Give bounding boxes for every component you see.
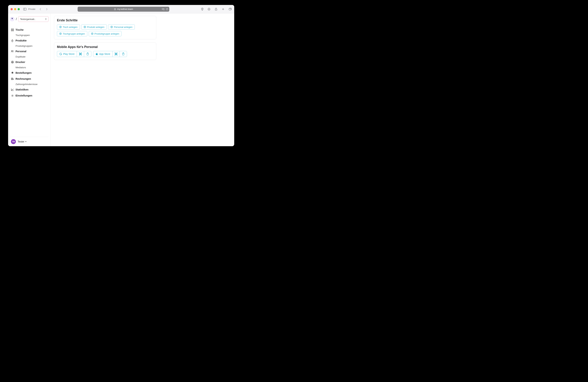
nav-item-label: Rechnungen	[16, 77, 31, 80]
nav-item-einstellungen[interactable]: Einstellungen	[10, 93, 48, 99]
traffic-lights	[11, 8, 20, 10]
google-icon	[59, 53, 62, 55]
app-logo[interactable]	[10, 17, 15, 21]
shield-icon[interactable]	[201, 8, 204, 11]
create-produkt-button[interactable]: Produkt anlegen	[81, 24, 107, 30]
nav-sub-mediators[interactable]: Mediators	[10, 65, 48, 70]
svg-rect-12	[13, 29, 14, 30]
address-bar-url: my.kellner.team	[117, 8, 133, 10]
create-tischgruppe-button[interactable]: Tischgruppe anlegen	[57, 31, 87, 36]
plus-circle-icon	[110, 26, 113, 28]
nav-item-label: Produkte	[16, 39, 27, 42]
browser-titlebar: Private my.kellner.team A	[8, 5, 234, 13]
reload-icon[interactable]	[166, 8, 168, 10]
svg-marker-21	[11, 73, 14, 74]
first-steps-card: Erste Schritte Tisch anlegen Produkt anl…	[54, 16, 156, 39]
button-label: App Store	[99, 53, 110, 55]
svg-rect-0	[23, 8, 26, 10]
nav-sub-produktgruppen[interactable]: Produktgruppen	[10, 43, 48, 48]
receipt-icon	[11, 77, 14, 80]
plus-circle-icon	[91, 32, 93, 35]
nav-item-label: Drucker	[16, 61, 25, 64]
user-avatar[interactable]: TM	[11, 139, 16, 144]
cup-icon	[11, 39, 14, 42]
svg-rect-14	[13, 30, 14, 31]
create-produktgruppe-button[interactable]: Produktgruppe anlegen	[89, 31, 122, 36]
back-button[interactable]	[39, 8, 42, 11]
share-icon[interactable]	[214, 8, 218, 11]
svg-rect-48	[115, 53, 117, 55]
nav-item-tische[interactable]: Tische	[10, 27, 48, 33]
play-store-copy-button[interactable]	[84, 51, 91, 57]
play-store-button[interactable]: Play Store	[57, 51, 77, 57]
app-store-copy-button[interactable]	[120, 51, 127, 57]
window-maximize-button[interactable]	[18, 8, 20, 10]
org-select[interactable]: Testorganisati..	[18, 16, 48, 22]
translate-icon[interactable]: A	[162, 8, 165, 10]
svg-rect-18	[12, 61, 13, 62]
svg-rect-19	[12, 63, 13, 63]
window-minimize-button[interactable]	[14, 8, 16, 10]
chart-icon	[11, 88, 14, 91]
button-label: Tisch anlegen	[63, 26, 78, 28]
nav-item-label: Statistiken	[16, 88, 28, 91]
nav-item-label: Personal	[16, 50, 26, 53]
mobile-apps-card: Mobile Apps für's Personal Play Store	[54, 42, 156, 60]
svg-point-16	[13, 51, 13, 51]
nav-item-personal[interactable]: Personal	[10, 48, 48, 54]
nav-item-produkte[interactable]: Produkte	[10, 38, 48, 43]
app-store-button[interactable]: App Store	[93, 51, 112, 57]
button-label: Play Store	[63, 53, 75, 55]
button-label: Personal anlegen	[114, 26, 132, 28]
svg-point-23	[13, 79, 14, 80]
app-sidebar: / Testorganisati.. Tische Tischgruppen	[8, 13, 50, 146]
caret-down-icon: ▼	[25, 141, 27, 143]
nav: Tische Tischgruppen Produkte Produktgrup…	[10, 27, 48, 99]
svg-rect-2	[114, 9, 116, 10]
breadcrumb-separator: /	[16, 17, 17, 21]
svg-point-15	[11, 50, 12, 51]
nav-sub-duplikate[interactable]: Duplikate	[10, 54, 48, 59]
create-tisch-button[interactable]: Tisch anlegen	[57, 24, 80, 30]
new-tab-icon[interactable]	[222, 8, 225, 11]
button-label: Produktgruppe anlegen	[95, 32, 119, 35]
mobile-apps-title: Mobile Apps für's Personal	[57, 45, 153, 49]
play-store-group: Play Store	[57, 51, 91, 57]
nav-item-rechnungen[interactable]: Rechnungen	[10, 76, 48, 82]
chevron-up-down-icon	[45, 18, 46, 20]
button-label: Tischgruppe anlegen	[63, 32, 85, 35]
private-mode-label: Private	[28, 8, 35, 10]
app-store-qr-button[interactable]	[112, 51, 120, 57]
nav-item-drucker[interactable]: Drucker	[10, 59, 48, 65]
nav-sub-zahlungshindernisse[interactable]: Zahlungshindernisse	[10, 82, 48, 86]
nav-sub-tischgruppen[interactable]: Tischgruppen	[10, 33, 48, 38]
nav-item-bestellungen[interactable]: Bestellungen	[10, 70, 48, 76]
svg-rect-11	[11, 29, 12, 30]
nav-item-statistiken[interactable]: Statistiken	[10, 86, 48, 93]
create-personal-button[interactable]: Personal anlegen	[108, 24, 135, 30]
clipboard-icon	[122, 53, 125, 55]
svg-point-24	[12, 95, 13, 96]
sidebar-toggle-icon[interactable]	[23, 8, 26, 11]
clipboard-icon	[86, 53, 89, 55]
apple-icon	[95, 53, 98, 55]
forward-button[interactable]	[45, 8, 48, 11]
nav-item-label: Einstellungen	[16, 94, 32, 97]
stack-icon	[11, 71, 14, 74]
user-menu[interactable]: Tester ▼	[18, 140, 27, 143]
main-content: Erste Schritte Tisch anlegen Produkt anl…	[50, 13, 234, 146]
play-store-qr-button[interactable]	[77, 51, 84, 57]
browser-window: Private my.kellner.team A	[8, 5, 234, 146]
qr-icon	[115, 53, 117, 55]
org-select-value: Testorganisati..	[20, 18, 35, 21]
printer-icon	[11, 61, 14, 64]
svg-rect-10	[229, 8, 231, 10]
window-close-button[interactable]	[11, 8, 13, 10]
button-label: Produkt anlegen	[87, 26, 105, 28]
address-bar[interactable]: my.kellner.team A	[78, 7, 169, 12]
downloads-icon[interactable]	[207, 8, 210, 11]
people-icon	[11, 50, 14, 53]
plus-circle-icon	[59, 26, 62, 28]
tabs-overview-icon[interactable]	[229, 8, 232, 11]
nav-item-label: Tische	[16, 28, 24, 31]
